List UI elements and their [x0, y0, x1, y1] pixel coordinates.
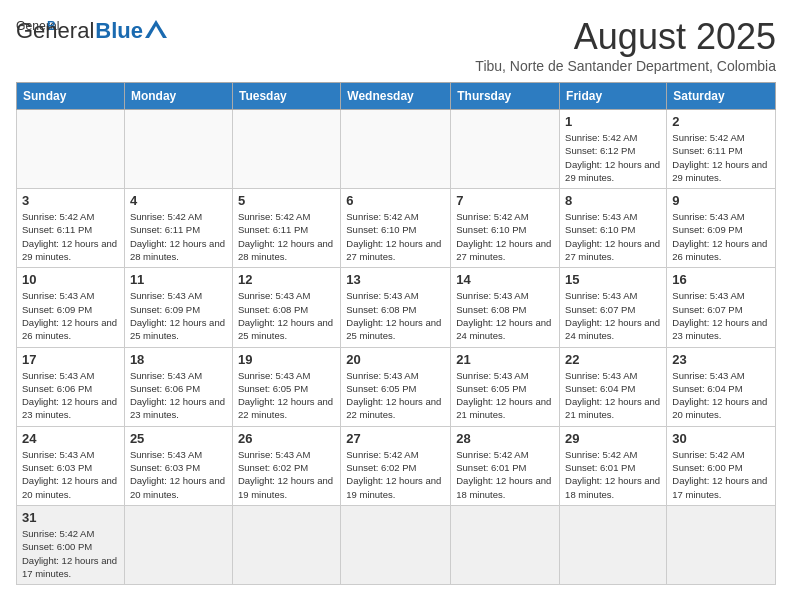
calendar-day-cell: 1Sunrise: 5:42 AM Sunset: 6:12 PM Daylig…: [560, 110, 667, 189]
day-number: 16: [672, 272, 770, 287]
col-header-saturday: Saturday: [667, 83, 776, 110]
calendar-day-cell: 20Sunrise: 5:43 AM Sunset: 6:05 PM Dayli…: [341, 347, 451, 426]
calendar-day-cell: 10Sunrise: 5:43 AM Sunset: 6:09 PM Dayli…: [17, 268, 125, 347]
calendar-day-cell: [451, 505, 560, 584]
day-number: 23: [672, 352, 770, 367]
day-info: Sunrise: 5:42 AM Sunset: 6:11 PM Dayligh…: [22, 210, 119, 263]
day-info: Sunrise: 5:43 AM Sunset: 6:07 PM Dayligh…: [672, 289, 770, 342]
calendar-day-cell: 8Sunrise: 5:43 AM Sunset: 6:10 PM Daylig…: [560, 189, 667, 268]
calendar-day-cell: 31Sunrise: 5:42 AM Sunset: 6:00 PM Dayli…: [17, 505, 125, 584]
calendar-day-cell: 24Sunrise: 5:43 AM Sunset: 6:03 PM Dayli…: [17, 426, 125, 505]
calendar-day-cell: 12Sunrise: 5:43 AM Sunset: 6:08 PM Dayli…: [232, 268, 340, 347]
day-number: 24: [22, 431, 119, 446]
calendar-day-cell: 17Sunrise: 5:43 AM Sunset: 6:06 PM Dayli…: [17, 347, 125, 426]
day-number: 1: [565, 114, 661, 129]
day-number: 26: [238, 431, 335, 446]
calendar-day-cell: 3Sunrise: 5:42 AM Sunset: 6:11 PM Daylig…: [17, 189, 125, 268]
day-number: 25: [130, 431, 227, 446]
location-subtitle: Tibu, Norte de Santander Department, Col…: [475, 58, 776, 74]
calendar-day-cell: [667, 505, 776, 584]
month-year-title: August 2025: [475, 16, 776, 58]
logo-icon: [145, 18, 167, 40]
day-info: Sunrise: 5:43 AM Sunset: 6:09 PM Dayligh…: [130, 289, 227, 342]
calendar-day-cell: 6Sunrise: 5:42 AM Sunset: 6:10 PM Daylig…: [341, 189, 451, 268]
day-info: Sunrise: 5:42 AM Sunset: 6:02 PM Dayligh…: [346, 448, 445, 501]
calendar-day-cell: 25Sunrise: 5:43 AM Sunset: 6:03 PM Dayli…: [124, 426, 232, 505]
day-number: 20: [346, 352, 445, 367]
day-info: Sunrise: 5:43 AM Sunset: 6:05 PM Dayligh…: [456, 369, 554, 422]
day-number: 13: [346, 272, 445, 287]
day-info: Sunrise: 5:42 AM Sunset: 6:11 PM Dayligh…: [238, 210, 335, 263]
calendar-day-cell: 27Sunrise: 5:42 AM Sunset: 6:02 PM Dayli…: [341, 426, 451, 505]
day-info: Sunrise: 5:42 AM Sunset: 6:11 PM Dayligh…: [130, 210, 227, 263]
day-info: Sunrise: 5:42 AM Sunset: 6:00 PM Dayligh…: [22, 527, 119, 580]
day-info: Sunrise: 5:43 AM Sunset: 6:07 PM Dayligh…: [565, 289, 661, 342]
day-number: 2: [672, 114, 770, 129]
day-number: 19: [238, 352, 335, 367]
calendar-week-row: 31Sunrise: 5:42 AM Sunset: 6:00 PM Dayli…: [17, 505, 776, 584]
day-number: 7: [456, 193, 554, 208]
calendar-day-cell: 26Sunrise: 5:43 AM Sunset: 6:02 PM Dayli…: [232, 426, 340, 505]
calendar-day-cell: 9Sunrise: 5:43 AM Sunset: 6:09 PM Daylig…: [667, 189, 776, 268]
day-number: 29: [565, 431, 661, 446]
calendar-day-cell: 15Sunrise: 5:43 AM Sunset: 6:07 PM Dayli…: [560, 268, 667, 347]
calendar-day-cell: 14Sunrise: 5:43 AM Sunset: 6:08 PM Dayli…: [451, 268, 560, 347]
day-number: 18: [130, 352, 227, 367]
day-number: 22: [565, 352, 661, 367]
day-info: Sunrise: 5:43 AM Sunset: 6:09 PM Dayligh…: [22, 289, 119, 342]
day-number: 6: [346, 193, 445, 208]
title-area: August 2025 Tibu, Norte de Santander Dep…: [475, 16, 776, 74]
calendar-day-cell: [560, 505, 667, 584]
calendar-day-cell: 4Sunrise: 5:42 AM Sunset: 6:11 PM Daylig…: [124, 189, 232, 268]
calendar-day-cell: [17, 110, 125, 189]
calendar-week-row: 3Sunrise: 5:42 AM Sunset: 6:11 PM Daylig…: [17, 189, 776, 268]
day-info: Sunrise: 5:42 AM Sunset: 6:01 PM Dayligh…: [456, 448, 554, 501]
logo-general-text: General: [16, 18, 94, 44]
day-info: Sunrise: 5:43 AM Sunset: 6:05 PM Dayligh…: [238, 369, 335, 422]
calendar-header-row: SundayMondayTuesdayWednesdayThursdayFrid…: [17, 83, 776, 110]
calendar-day-cell: 21Sunrise: 5:43 AM Sunset: 6:05 PM Dayli…: [451, 347, 560, 426]
day-number: 27: [346, 431, 445, 446]
calendar-day-cell: 30Sunrise: 5:42 AM Sunset: 6:00 PM Dayli…: [667, 426, 776, 505]
calendar-week-row: 1Sunrise: 5:42 AM Sunset: 6:12 PM Daylig…: [17, 110, 776, 189]
day-info: Sunrise: 5:43 AM Sunset: 6:05 PM Dayligh…: [346, 369, 445, 422]
day-number: 30: [672, 431, 770, 446]
day-info: Sunrise: 5:42 AM Sunset: 6:00 PM Dayligh…: [672, 448, 770, 501]
day-info: Sunrise: 5:43 AM Sunset: 6:10 PM Dayligh…: [565, 210, 661, 263]
day-info: Sunrise: 5:43 AM Sunset: 6:03 PM Dayligh…: [130, 448, 227, 501]
calendar-day-cell: 29Sunrise: 5:42 AM Sunset: 6:01 PM Dayli…: [560, 426, 667, 505]
calendar-day-cell: [232, 505, 340, 584]
day-info: Sunrise: 5:42 AM Sunset: 6:10 PM Dayligh…: [346, 210, 445, 263]
calendar-day-cell: [341, 505, 451, 584]
col-header-thursday: Thursday: [451, 83, 560, 110]
calendar-day-cell: [232, 110, 340, 189]
col-header-sunday: Sunday: [17, 83, 125, 110]
col-header-monday: Monday: [124, 83, 232, 110]
calendar-day-cell: 28Sunrise: 5:42 AM Sunset: 6:01 PM Dayli…: [451, 426, 560, 505]
day-number: 28: [456, 431, 554, 446]
calendar-day-cell: [451, 110, 560, 189]
day-number: 31: [22, 510, 119, 525]
calendar-day-cell: [124, 110, 232, 189]
day-info: Sunrise: 5:42 AM Sunset: 6:01 PM Dayligh…: [565, 448, 661, 501]
calendar-day-cell: 23Sunrise: 5:43 AM Sunset: 6:04 PM Dayli…: [667, 347, 776, 426]
day-info: Sunrise: 5:43 AM Sunset: 6:04 PM Dayligh…: [672, 369, 770, 422]
day-info: Sunrise: 5:42 AM Sunset: 6:12 PM Dayligh…: [565, 131, 661, 184]
day-info: Sunrise: 5:43 AM Sunset: 6:08 PM Dayligh…: [346, 289, 445, 342]
day-number: 3: [22, 193, 119, 208]
calendar-day-cell: 13Sunrise: 5:43 AM Sunset: 6:08 PM Dayli…: [341, 268, 451, 347]
calendar-day-cell: 5Sunrise: 5:42 AM Sunset: 6:11 PM Daylig…: [232, 189, 340, 268]
day-number: 5: [238, 193, 335, 208]
calendar-day-cell: [341, 110, 451, 189]
calendar-day-cell: 19Sunrise: 5:43 AM Sunset: 6:05 PM Dayli…: [232, 347, 340, 426]
day-info: Sunrise: 5:43 AM Sunset: 6:06 PM Dayligh…: [22, 369, 119, 422]
day-info: Sunrise: 5:43 AM Sunset: 6:02 PM Dayligh…: [238, 448, 335, 501]
calendar-day-cell: 16Sunrise: 5:43 AM Sunset: 6:07 PM Dayli…: [667, 268, 776, 347]
logo: General B General Blue: [16, 16, 167, 44]
calendar-week-row: 17Sunrise: 5:43 AM Sunset: 6:06 PM Dayli…: [17, 347, 776, 426]
calendar-week-row: 24Sunrise: 5:43 AM Sunset: 6:03 PM Dayli…: [17, 426, 776, 505]
calendar-week-row: 10Sunrise: 5:43 AM Sunset: 6:09 PM Dayli…: [17, 268, 776, 347]
day-info: Sunrise: 5:43 AM Sunset: 6:06 PM Dayligh…: [130, 369, 227, 422]
calendar-day-cell: 7Sunrise: 5:42 AM Sunset: 6:10 PM Daylig…: [451, 189, 560, 268]
day-info: Sunrise: 5:42 AM Sunset: 6:10 PM Dayligh…: [456, 210, 554, 263]
